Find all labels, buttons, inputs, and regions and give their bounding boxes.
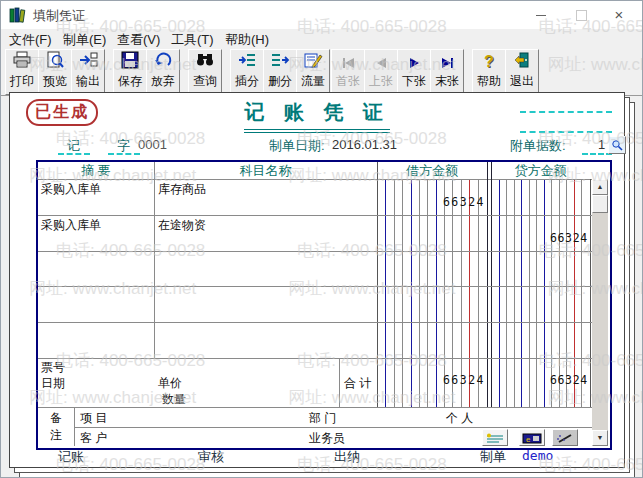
salesman-label[interactable]: 业务员 (309, 430, 345, 447)
dashed-underline (58, 153, 90, 155)
scroll-down-button[interactable]: ▼ (592, 430, 608, 446)
account-cell[interactable]: 库存商品 (158, 181, 206, 198)
voucher-page: 已生成 记 账 凭 证 记 字 0001 制单日期: 2016.01.31 附单… (9, 92, 625, 468)
scroll-thumb[interactable] (592, 195, 608, 213)
prev-arrow-icon (365, 51, 397, 73)
preparer-name: demo (522, 448, 553, 463)
detail-card-icon: e (522, 433, 542, 444)
cashier-label: 出纳 (334, 448, 360, 466)
wizard-button[interactable] (552, 429, 578, 446)
summary-cell[interactable]: 采购入库单 (41, 181, 101, 198)
menu-make[interactable]: 制单(E) (63, 31, 106, 49)
attachments-count[interactable]: 1 (598, 137, 605, 152)
header-account: 科目名称 (154, 162, 377, 179)
menu-file[interactable]: 文件(F) (9, 31, 52, 49)
table-row (38, 322, 592, 358)
preview-icon (39, 51, 71, 73)
menu-view[interactable]: 查看(V) (117, 31, 160, 49)
undo-arrow-icon (147, 51, 179, 73)
help-question-icon: ? (473, 51, 505, 73)
audit-label: 审核 (198, 448, 224, 466)
abandon-button[interactable]: 放弃 (146, 49, 180, 95)
window-title: 填制凭证 (33, 7, 85, 25)
header-summary: 摘 要 (38, 162, 154, 179)
table-scrollbar[interactable]: ▲ ▼ (592, 179, 608, 446)
credit-cell[interactable]: 66324 (491, 231, 588, 245)
voucher-number[interactable]: 0001 (138, 137, 167, 152)
exit-button[interactable]: 退出 (505, 49, 539, 95)
exit-door-icon (506, 51, 538, 73)
insert-row-icon (231, 51, 263, 73)
notes-button[interactable] (482, 429, 508, 446)
table-row: 采购入库单 库存商品 66324 (38, 179, 592, 215)
prev-voucher-button[interactable]: 上张 (364, 49, 398, 95)
summary-cell[interactable]: 采购入库单 (41, 217, 101, 234)
remark-row: 备注 项 目 客 户 部 门 业务员 个 人 e (38, 407, 608, 446)
dashed-underline (108, 153, 140, 155)
delete-line-button[interactable]: 删分 (263, 49, 297, 95)
attachments-zoom-button[interactable] (608, 136, 626, 154)
total-label: 合 计 (344, 375, 371, 392)
next-voucher-button[interactable]: 下张 (397, 49, 431, 95)
query-button[interactable]: 查询 (188, 49, 222, 95)
total-cell-divider (339, 358, 340, 407)
person-label[interactable]: 个 人 (446, 410, 473, 427)
insert-line-button[interactable]: 插分 (230, 49, 264, 95)
pen-paper-icon (297, 51, 329, 73)
account-cell[interactable]: 在途物资 (158, 217, 206, 234)
magnifier-icon (611, 139, 623, 151)
unit-price-label: 单价 (158, 375, 182, 392)
help-button[interactable]: ? 帮助 (472, 49, 506, 95)
ticket-date-label: 日期 (41, 375, 65, 392)
menu-tools[interactable]: 工具(T) (171, 31, 214, 49)
save-floppy-icon (114, 51, 146, 73)
debit-cell[interactable]: 66324 (377, 195, 485, 209)
workspace: 已生成 记 账 凭 证 记 字 0001 制单日期: 2016.01.31 附单… (1, 95, 642, 478)
first-voucher-button[interactable]: 首张 (331, 49, 365, 95)
notes-icon (485, 433, 505, 444)
minimize-button[interactable] (524, 1, 558, 29)
remark-label: 备注 (38, 407, 74, 446)
title-bar: 填制凭证 × (1, 1, 642, 29)
export-button[interactable]: 输出 (71, 49, 105, 95)
attachments-label: 附单据数: (510, 137, 566, 155)
table-row (38, 286, 592, 322)
app-books-icon (9, 6, 27, 24)
last-arrow-icon (431, 51, 463, 73)
quantity-label: 数量 (162, 391, 186, 408)
voucher-title: 记 账 凭 证 (10, 99, 624, 130)
total-debit: 66324 (377, 373, 485, 387)
totals-row: 票号 日期 单价 数量 合 计 66324 66324 (38, 358, 608, 407)
menu-bar: 文件(F) 制单(E) 查看(V) 工具(T) 帮助(H) (1, 29, 642, 48)
bookkeeping-label: 记账 (58, 448, 84, 466)
project-label[interactable]: 项 目 (80, 410, 107, 427)
close-button[interactable]: × (602, 1, 636, 29)
voucher-date[interactable]: 2016.01.31 (332, 137, 397, 152)
menu-help[interactable]: 帮助(H) (225, 31, 269, 49)
maximize-button[interactable] (564, 1, 598, 29)
last-voucher-button[interactable]: 末张 (430, 49, 464, 95)
detail-view-button[interactable]: e (519, 429, 545, 446)
ticket-label: 票号 (41, 359, 65, 376)
magic-wand-icon (555, 433, 575, 444)
scroll-up-button[interactable]: ▲ (592, 179, 608, 195)
table-row (38, 251, 592, 287)
voucher-window: 填制凭证 × 文件(F) 制单(E) 查看(V) 工具(T) 帮助(H) 打印 … (0, 0, 643, 478)
header-credit: 贷方金额 (491, 162, 590, 179)
remark-sub-divider (74, 427, 592, 428)
date-label: 制单日期: (269, 137, 325, 155)
preview-button[interactable]: 预览 (38, 49, 72, 95)
dashed-line (520, 131, 612, 133)
delete-row-icon (264, 51, 296, 73)
svg-text:e: e (526, 435, 531, 444)
header-debit: 借方金额 (377, 162, 487, 179)
dashed-line (520, 111, 612, 113)
print-button[interactable]: 打印 (5, 49, 39, 95)
customer-label[interactable]: 客 户 (80, 430, 107, 447)
first-arrow-icon (332, 51, 364, 73)
department-label[interactable]: 部 门 (309, 410, 336, 427)
save-button[interactable]: 保存 (113, 49, 147, 95)
total-credit: 66324 (491, 373, 588, 387)
export-icon (72, 51, 104, 73)
cashflow-button[interactable]: 流量 (296, 49, 330, 95)
